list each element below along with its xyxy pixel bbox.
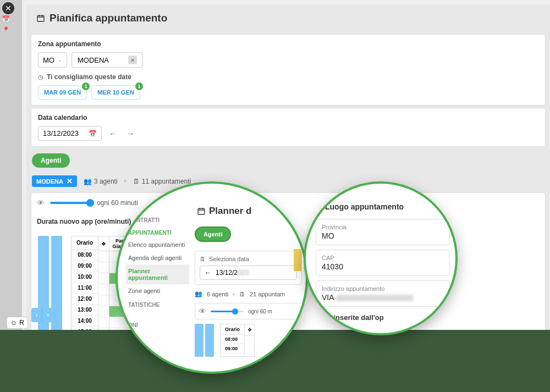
zoom-slider[interactable] bbox=[50, 202, 91, 204]
agents-count: 👥 3 agenti bbox=[84, 178, 118, 185]
calendar-stack-icon: 🗓 bbox=[133, 178, 140, 185]
address-value: VIA bbox=[322, 293, 444, 302]
province-card: Provincia MO bbox=[316, 219, 450, 245]
planner-preview: Planner d Agenti 🗓 Seleziona data ← 13/1… bbox=[195, 200, 302, 357]
close-button[interactable]: ✕ bbox=[2, 2, 14, 14]
time-column: Orario 08:00 09:00 bbox=[220, 324, 245, 357]
highlight-circle-menu: BOUND CONTRATTI APPUNTAMENTI Elenco appu… bbox=[116, 181, 308, 374]
address-card: Indirizzo appuntamento VIA bbox=[316, 280, 450, 307]
calendar-icon bbox=[36, 14, 45, 23]
province-value: MO bbox=[322, 231, 444, 240]
zone-card: Zona appuntamento MO ⌄ MODENA ✕ ◷ Ti con… bbox=[31, 34, 546, 106]
calendar-icon: 🗓 bbox=[200, 256, 206, 262]
filter-bar: MODENA ✕ 👥 3 agenti • 🗓 11 appuntamenti bbox=[26, 172, 550, 190]
suggested-date-chip[interactable]: MER 10 GEN 1 bbox=[91, 85, 140, 100]
date-select-card: 🗓 Seleziona data ← 13/12/2023 bbox=[195, 251, 302, 285]
clear-city-button[interactable]: ✕ bbox=[128, 56, 137, 64]
remove-tag-button[interactable]: ✕ bbox=[67, 177, 73, 185]
diamond-column: ❖ bbox=[245, 324, 255, 357]
zoom-slider[interactable] bbox=[211, 311, 244, 312]
city-input[interactable]: MODENA ✕ bbox=[72, 52, 143, 68]
background-panel: 📄 📅 📍 bbox=[0, 0, 22, 330]
svg-rect-0 bbox=[37, 15, 44, 21]
agents-button[interactable]: Agenti bbox=[195, 227, 231, 242]
smile-icon: ☺ bbox=[10, 319, 17, 327]
highlight-strip bbox=[294, 249, 301, 271]
clock-icon: ◷ bbox=[38, 74, 43, 81]
suggest-label: Ti consigliamo queste date bbox=[47, 73, 131, 81]
date-input[interactable]: ← 13/12/2023 bbox=[200, 266, 297, 280]
calendar-icon bbox=[197, 207, 206, 216]
people-icon: 👥 bbox=[84, 178, 92, 185]
menu-item-list[interactable]: Elenco appuntamenti bbox=[126, 238, 189, 251]
calendar-picker-icon[interactable]: 📅 bbox=[89, 130, 97, 137]
cap-value: 41030 bbox=[322, 262, 444, 271]
next-day-button[interactable]: → bbox=[124, 127, 137, 140]
agents-button[interactable]: Agenti bbox=[32, 153, 70, 168]
calendar-date-card: Data calendario 13/12/2023 📅 ← → bbox=[31, 108, 546, 147]
eye-icon: 👁 bbox=[37, 198, 45, 207]
menu-item-agenda[interactable]: Agenda degli agenti bbox=[126, 251, 189, 264]
highlight-circle-location: ☰ Luogo appuntamento Provincia MO CAP 41… bbox=[304, 181, 458, 335]
availability-bar bbox=[205, 324, 214, 357]
zone-label: Zona appuntamento bbox=[38, 40, 538, 48]
chip-badge: 1 bbox=[82, 82, 90, 90]
chevron-down-icon: ⌄ bbox=[58, 57, 62, 63]
date-input[interactable]: 13/12/2023 📅 bbox=[38, 126, 102, 141]
suggested-date-chip[interactable]: MAR 09 GEN 1 bbox=[38, 85, 87, 100]
menu-item-zones[interactable]: Zone agenti bbox=[126, 284, 189, 297]
back-arrow-icon[interactable]: ← bbox=[205, 269, 211, 277]
menu-item-planner[interactable]: Planner appuntamenti bbox=[126, 264, 189, 284]
feedback-button[interactable]: ☺ R bbox=[7, 317, 28, 329]
zone-tag: MODENA ✕ bbox=[32, 175, 77, 187]
eye-icon: 👁 bbox=[199, 307, 206, 316]
page-prev-button[interactable]: ‹ bbox=[31, 308, 42, 322]
slider-label: ogni 60 minuti bbox=[97, 199, 138, 207]
page-next-button[interactable]: › bbox=[42, 308, 53, 322]
province-select[interactable]: MO ⌄ bbox=[38, 52, 67, 68]
calendar-label: Data calendario bbox=[38, 114, 538, 122]
location-title: ☰ Luogo appuntamento bbox=[316, 199, 450, 214]
prev-day-button[interactable]: ← bbox=[106, 127, 119, 140]
cap-card: CAP 41030 bbox=[316, 250, 450, 276]
people-icon: 👥 bbox=[195, 290, 202, 297]
sidebar-menu: BOUND CONTRATTI APPUNTAMENTI Elenco appu… bbox=[126, 200, 189, 330]
appointments-count: 🗓 11 appuntamenti bbox=[133, 178, 191, 185]
svg-rect-1 bbox=[198, 208, 205, 214]
availability-bar bbox=[195, 324, 204, 357]
chip-badge: 1 bbox=[135, 82, 143, 90]
calendar-stack-icon: 🗓 bbox=[239, 291, 245, 297]
duration-label: Durata nuovo app (ore/minuti) bbox=[37, 218, 131, 225]
modal-title: Pianifica appuntamento bbox=[26, 4, 550, 32]
pagination: ‹ › bbox=[31, 308, 53, 322]
redacted-text bbox=[336, 295, 413, 301]
